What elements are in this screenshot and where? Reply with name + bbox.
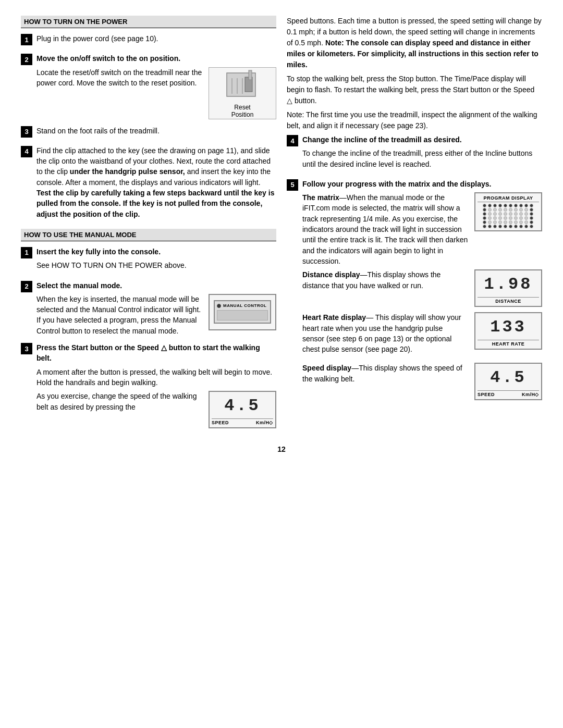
matrix-text: The matrix—When the manual mode or the i… [302,192,468,266]
step-2-3: 3 Press the Start button or the Speed △ … [21,342,276,428]
right-step-4-title: Change the incline of the treadmill as d… [302,134,542,145]
speed-note-bold: Note: The console can display speed and … [287,39,538,69]
heart-rate-lcd: 133 [478,315,539,339]
step-2-3-num: 3 [21,343,32,354]
speed-lcd-left: 4.5 [212,394,273,417]
step-1-text: Plug in the power cord (see page 10). [36,33,276,44]
step-2-1: 1 Insert the key fully into the console.… [21,246,276,274]
step-2-2-num: 2 [21,281,32,292]
speed-display-row: Speed display—This display shows the spe… [302,363,542,400]
step-2-2-title: Select the manual mode. [36,280,276,291]
distance-display: 1.98 DISTANCE [474,269,542,307]
step-1-num: 1 [21,34,32,45]
kmh-label-left: Km/H◇ [256,420,273,425]
step-4-bold1: under the handgrip pulse sensor, [70,167,185,176]
right-step-4: 4 Change the incline of the treadmill as… [287,134,542,172]
manual-control-label: MANUAL CONTROL [223,303,266,308]
stop-text: To stop the walking belt, press the Stop… [287,73,542,106]
speed-display-left: 4.5 SPEED Km/H◇ [209,391,276,428]
program-display-label: PROGRAM DISPLAY [478,195,539,202]
right-step-5: 5 Follow your progress with the matrix a… [287,179,542,406]
note-text: Note: The first time you use the treadmi… [287,109,542,131]
program-display: PROGRAM DISPLAY [474,192,542,231]
speed-label-left: SPEED [212,420,229,425]
heart-rate-display-text: Heart Rate display— This display will sh… [302,312,466,357]
right-step-5-title: Follow your progress with the matrix and… [302,179,542,189]
page-number-bar: 12 [21,445,542,453]
step-1: 1 Plug in the power cord (see page 10). [21,33,276,47]
dot-grid [478,204,539,228]
step-2-2: 2 Select the manual mode. When the key i… [21,280,276,336]
page-number: 12 [277,445,286,453]
right-step-5-num: 5 [287,179,298,191]
matrix-figure: The matrix—When the manual mode or the i… [302,192,542,269]
step-4-num: 4 [21,146,32,157]
reset-diagram-label: Reset Position [231,104,254,118]
step-2-figure: Locate the reset/off switch on the tread… [36,67,276,119]
speed-bottom-label-left: SPEED Km/H◇ [212,418,273,425]
step-2-3-figure: As you exercise, change the speed of the… [36,391,276,428]
right-column: Speed buttons. Each time a button is pre… [287,16,542,435]
section2-title: HOW TO USE THE MANUAL MODE [21,229,276,241]
step-2-3-body1: A moment after the button is pressed, th… [36,367,276,388]
speed-bottom-label-right: SPEED Km/H◇ [478,390,539,397]
distance-lcd: 1.98 [478,273,539,296]
speed-label-right: SPEED [478,392,495,397]
step-3: 3 Stand on the foot rails of the treadmi… [21,126,276,139]
step-3-num: 3 [21,126,32,138]
page-layout: HOW TO TURN ON THE POWER 1 Plug in the p… [21,16,542,435]
reset-switch-svg [222,68,263,102]
step-4: 4 Find the clip attached to the key (see… [21,145,276,223]
distance-display-row: Distance display—This display shows the … [302,269,542,307]
step-2-2-figure: When the key is inserted, the manual mod… [36,294,276,336]
section1-title: HOW TO TURN ON THE POWER [21,16,276,28]
step-2-3-body2: As you exercise, change the speed of the… [36,391,202,412]
step-2-body: Locate the reset/off switch on the tread… [36,67,202,89]
right-step-4-body: To change the incline of the treadmill, … [302,148,542,169]
speed-lcd-right: 4.5 [478,366,539,389]
step-2: 2 Move the on/off switch to the on posit… [21,53,276,119]
left-column: HOW TO TURN ON THE POWER 1 Plug in the p… [21,16,276,435]
heart-rate-display-row: Heart Rate display— This display will sh… [302,312,542,357]
step-3-text: Stand on the foot rails of the treadmill… [36,126,276,136]
distance-label: DISTANCE [478,297,539,304]
step-2-num: 2 [21,54,32,65]
speed-buttons-text: Speed buttons. Each time a button is pre… [287,16,542,70]
step-2-1-num: 1 [21,247,32,258]
speed-display-right: 4.5 SPEED Km/H◇ [474,363,542,400]
step-4-bold2: Test the clip by carefully taking a few … [36,189,274,218]
step-2-1-title: Insert the key fully into the console. [36,246,276,257]
step-2-1-body: See HOW TO TURN ON THE POWER above. [36,260,276,270]
speed-kmh-label-right: Km/H◇ [522,392,539,397]
svg-rect-2 [249,70,252,80]
right-step-4-num: 4 [287,135,298,146]
heart-rate-label: HEART RATE [478,340,539,347]
step-4-body: Find the clip attached to the key (see t… [36,145,276,219]
heart-rate-display: 133 HEART RATE [474,312,542,350]
distance-display-text: Distance display—This display shows the … [302,269,466,294]
step-2-3-title: Press the Start button or the Speed △ bu… [36,342,276,364]
reset-diagram: Reset Position [209,67,276,119]
step-2-2-body: When the key is inserted, the manual mod… [36,294,202,336]
manual-control-diagram: MANUAL CONTROL [209,294,276,330]
step-2-title: Move the on/off switch to the on positio… [36,53,276,64]
speed-display-text: Speed display—This display shows the spe… [302,363,466,387]
